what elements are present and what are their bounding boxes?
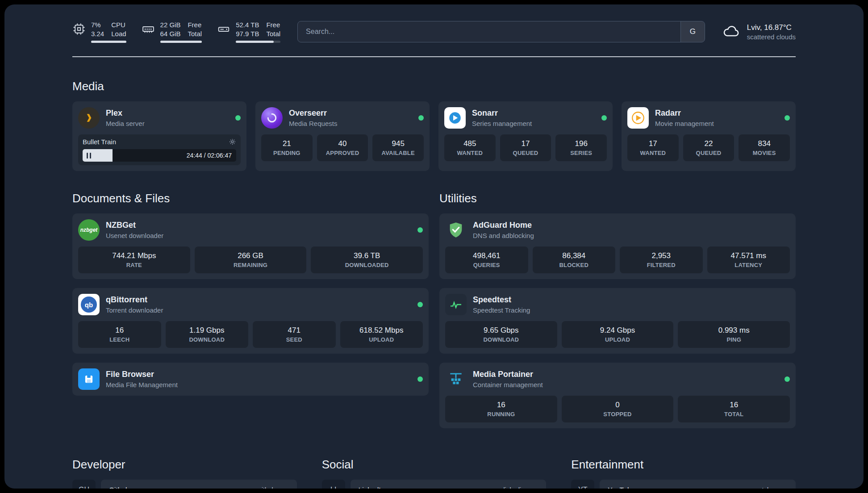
search-input[interactable] (298, 28, 680, 36)
plex-icon (78, 107, 100, 129)
memory-values: 22 GiB64 GiB (160, 21, 181, 38)
section-title-entertainment: Entertainment (571, 458, 796, 472)
cpu-widget: 7%3.24 CPULoad (72, 21, 126, 43)
section-title-social: Social (322, 458, 547, 472)
topbar: 7%3.24 CPULoad (72, 21, 796, 43)
service-card-overseerr[interactable]: Overseerr Media Requests 21 PENDING 40 A… (255, 101, 430, 171)
stat-block: 9.24 Gbps UPLOAD (562, 321, 674, 348)
service-card-filebrowser[interactable]: File Browser Media File Management (72, 363, 429, 396)
service-desc: Usenet downloader (106, 232, 163, 239)
service-name: Overseerr (289, 109, 337, 118)
bookmark-url: linkedin.com (504, 486, 538, 489)
section-social: Social LI LinkedIn linkedin.com TW Twitt… (322, 458, 547, 489)
status-dot (601, 115, 607, 121)
bookmark-abbr: LI (322, 480, 345, 489)
service-name: Sonarr (472, 109, 532, 118)
memory-labels: FreeTotal (188, 21, 202, 38)
service-desc: Media File Management (106, 381, 178, 389)
weather-condition: scattered clouds (747, 33, 796, 41)
stat-block: 47.571 ms LATENCY (707, 246, 790, 273)
stat-block: 945 AVAILABLE (372, 134, 424, 161)
stat-block: 17 WANTED (627, 134, 679, 161)
cpu-usage-bar (91, 41, 126, 43)
service-name: Speedtest (473, 295, 530, 305)
stat-block: 40 APPROVED (317, 134, 368, 161)
sonarr-icon (444, 107, 466, 129)
nzbget-icon: nzbget (78, 219, 100, 241)
service-name: Media Portainer (473, 370, 543, 380)
service-name: NZBGet (106, 221, 163, 230)
service-card-radarr[interactable]: Radarr Movie management 17 WANTED 22 QUE… (622, 101, 796, 171)
service-card-qbittorrent[interactable]: qb qBittorrent Torrent downloader 16 (72, 288, 429, 354)
stat-block: 9.65 Gbps DOWNLOAD (445, 321, 557, 348)
weather-widget: Lviv, 16.87°C scattered clouds (722, 23, 796, 41)
cpu-icon (72, 21, 86, 38)
gear-icon[interactable] (229, 138, 236, 146)
qbittorrent-icon: qb (78, 294, 100, 315)
service-card-plex[interactable]: Plex Media server Bullet Train (72, 101, 246, 171)
stat-block: 16 RUNNING (445, 396, 557, 422)
stat-block: 17 QUEUED (500, 134, 551, 161)
cpu-labels: CPULoad (111, 21, 126, 38)
service-desc: Torrent downloader (106, 306, 163, 314)
status-dot (235, 115, 241, 121)
stat-block: 266 GB REMAINING (195, 246, 307, 273)
memory-usage-bar (160, 41, 202, 43)
stat-block: 471 SEED (253, 321, 336, 348)
stat-block: 834 MOVIES (739, 134, 790, 161)
status-dot (418, 115, 424, 121)
bookmark-url: github.com (258, 486, 288, 489)
service-card-nzbget[interactable]: nzbget NZBGet Usenet downloader 744.21 M… (72, 213, 429, 279)
speedtest-icon (445, 294, 467, 315)
adguard-icon (445, 219, 467, 241)
service-desc: DNS and adblocking (473, 232, 534, 239)
service-desc: Speedtest Tracking (473, 306, 530, 314)
resources-widget: 7%3.24 CPULoad (72, 21, 280, 43)
section-documents: Documents & Files nzbget NZBGet Usenet d… (72, 192, 429, 396)
stat-block: 86,384 BLOCKED (533, 246, 616, 273)
pause-icon[interactable] (87, 153, 91, 159)
stat-block: 2,953 FILTERED (620, 246, 703, 273)
playback-progress-bar: 24:44 / 02:06:47 (83, 149, 236, 162)
service-desc: Media Requests (289, 120, 337, 127)
cloud-icon (722, 23, 741, 40)
radarr-icon (627, 107, 649, 129)
stat-block: 744.21 Mbps RATE (78, 246, 190, 273)
stat-block: 39.6 TB DOWNLOADED (311, 246, 423, 273)
section-title-media: Media (72, 79, 796, 93)
bookmark-youtube[interactable]: YT YouTube youtube.com (571, 480, 796, 489)
playback-time: 24:44 / 02:06:47 (187, 152, 232, 159)
bookmark-github[interactable]: GH Github github.com (72, 480, 297, 489)
service-name: AdGuard Home (473, 221, 534, 230)
bookmark-abbr: YT (571, 480, 594, 489)
service-desc: Container management (473, 381, 543, 389)
stat-block: 0 STOPPED (562, 396, 674, 422)
overseerr-icon (261, 107, 283, 129)
service-name: Radarr (655, 109, 714, 118)
disk-icon (217, 21, 230, 38)
bookmark-name: Github (109, 486, 129, 489)
section-developer: Developer GH Github github.com SO StackO… (72, 458, 297, 489)
service-name: Plex (106, 109, 145, 118)
service-card-portainer[interactable]: Media Portainer Container management 16 … (439, 363, 796, 428)
topbar-divider (72, 56, 796, 57)
dashboard-panel: 7%3.24 CPULoad (4, 4, 864, 489)
service-desc: Movie management (655, 120, 714, 127)
search-bar: G (297, 21, 705, 42)
search-provider-button[interactable]: G (680, 21, 705, 42)
memory-icon (142, 21, 155, 38)
status-dot (417, 227, 423, 233)
service-card-speedtest[interactable]: Speedtest Speedtest Tracking 9.65 Gbps D… (439, 288, 796, 354)
section-media: Media Plex Media server (72, 79, 796, 171)
bookmark-url: youtube.com (752, 486, 788, 489)
filebrowser-icon (78, 368, 100, 390)
section-title-documents: Documents & Files (72, 192, 429, 205)
service-card-sonarr[interactable]: Sonarr Series management 485 WANTED 17 Q… (438, 101, 613, 171)
service-card-adguard[interactable]: AdGuard Home DNS and adblocking 498,461 … (439, 213, 796, 279)
disk-labels: FreeTotal (266, 21, 280, 38)
bookmark-name: LinkedIn (359, 486, 385, 489)
status-dot (417, 302, 423, 307)
bookmark-linkedin[interactable]: LI LinkedIn linkedin.com (322, 480, 547, 489)
stat-block: 16 LEECH (78, 321, 161, 348)
section-utilities: Utilities AdGuard Home (439, 192, 796, 428)
